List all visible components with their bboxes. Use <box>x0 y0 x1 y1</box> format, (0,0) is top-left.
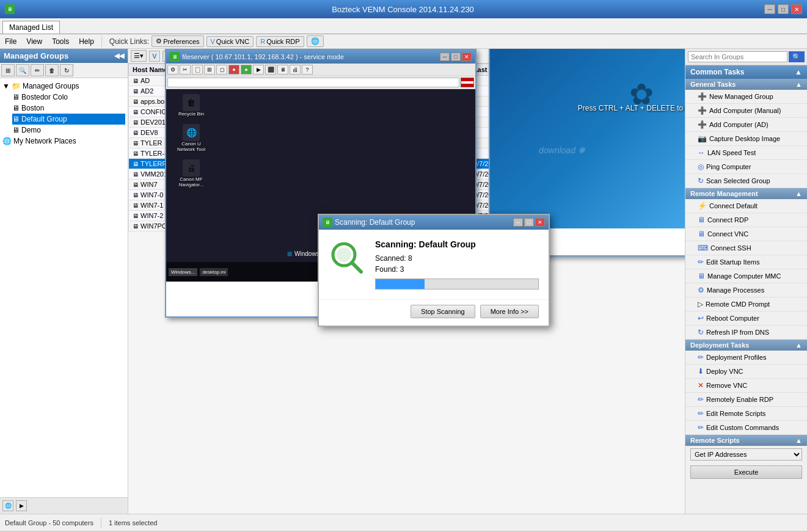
quick-rdp-button[interactable]: R Quick RDP <box>256 36 304 47</box>
edit-startup-item[interactable]: ✏ Edit Startup Items <box>685 255 807 269</box>
menu-tools[interactable]: Tools <box>47 36 74 47</box>
collapse-button[interactable]: ◀◀ <box>114 52 124 60</box>
cmd-icon: ▷ <box>698 300 703 308</box>
tree-item-demo[interactable]: 🖥 Demo <box>12 125 125 136</box>
tree-item-boston[interactable]: 🖥 Boston <box>12 103 125 114</box>
globe-button[interactable]: 🌐 <box>307 35 324 47</box>
ftb9[interactable]: ⬛ <box>265 65 276 75</box>
manage-mmc-item[interactable]: 🖥 Manage Computer MMC <box>685 269 807 283</box>
edit-custom-commands-item[interactable]: ✏ Edit Custom Commands <box>685 421 807 435</box>
scan-icon-area <box>329 239 365 276</box>
search-button[interactable]: 🔍 <box>789 51 805 62</box>
scan-close[interactable]: ✕ <box>535 218 545 227</box>
nav-icon[interactable]: 🌐 <box>2 500 13 511</box>
deployment-tasks-header[interactable]: Deployment Tasks ▲ <box>685 340 807 351</box>
lan-speed-test-item[interactable]: ↔ LAN Speed Test <box>685 146 807 160</box>
ftb12[interactable]: ? <box>302 65 313 75</box>
remove-vnc-item[interactable]: ✕ Remove VNC <box>685 379 807 393</box>
maximize-button[interactable]: □ <box>778 4 789 14</box>
scan-minimize[interactable]: ─ <box>513 218 523 227</box>
ftb1[interactable]: ⚙ <box>167 65 178 75</box>
float-maximize[interactable]: □ <box>451 53 461 61</box>
connect-rdp-item[interactable]: 🖥 Connect RDP <box>685 213 807 227</box>
managed-list-tab[interactable]: Managed List <box>2 21 60 34</box>
remote-management-header[interactable]: Remote Management ▲ <box>685 188 807 199</box>
tree-tb-btn-4[interactable]: 🗑 <box>45 64 59 76</box>
scan-maximize[interactable]: □ <box>524 218 534 227</box>
float-input[interactable] <box>167 78 459 87</box>
preferences-icon: ⚙ <box>156 37 162 45</box>
menu-separator <box>101 36 102 47</box>
deployment-profiles-item[interactable]: ✏ Deployment Profiles <box>685 351 807 365</box>
tree-tb-btn-2[interactable]: 🔍 <box>16 64 29 76</box>
float-minimize[interactable]: ─ <box>440 53 450 61</box>
search-input[interactable] <box>688 51 787 62</box>
float-close[interactable]: ✕ <box>462 53 472 61</box>
tree-root[interactable]: ▼ 📁 Managed Groups <box>2 81 125 92</box>
left-panel-footer: 🌐 ▶ <box>0 497 128 514</box>
tab-bar: Managed List <box>0 18 807 34</box>
reboot-computer-item[interactable]: ↩ Reboot Computer <box>685 312 807 326</box>
tree-tb-btn-1[interactable]: ⊞ <box>1 64 15 76</box>
ftb10[interactable]: 🖥 <box>277 65 288 75</box>
more-info-button[interactable]: More Info >> <box>480 305 539 318</box>
add-computer-manual-item[interactable]: ➕ Add Computer (Manual) <box>685 104 807 118</box>
stop-scanning-button[interactable]: Stop Scanning <box>411 305 475 318</box>
group-icon: 🖥 <box>12 115 20 123</box>
deploy-vnc-item[interactable]: ⬇ Deploy VNC <box>685 365 807 379</box>
menu-help[interactable]: Help <box>74 36 99 47</box>
tree-tb-btn-5[interactable]: ↻ <box>60 64 73 76</box>
execute-button[interactable]: Execute <box>690 465 802 479</box>
float-input-bar <box>166 76 475 89</box>
tree-item-bostedor[interactable]: 🖥 Bostedor Colo <box>12 92 125 103</box>
scan-selected-group-item[interactable]: ↻ Scan Selected Group <box>685 174 807 188</box>
profile-icon: ✏ <box>698 353 704 362</box>
taskbar-item[interactable]: Windows... <box>169 268 197 276</box>
ftb7[interactable]: ● <box>241 65 252 75</box>
ftb5[interactable]: ◻ <box>216 65 227 75</box>
taskbar-item2[interactable]: desktop.ini <box>200 268 228 276</box>
edit-remote-scripts-item[interactable]: ✏ Edit Remote Scripts <box>685 407 807 421</box>
ftb2[interactable]: ✂ <box>180 65 191 75</box>
view-dropdown-btn[interactable]: ☰▾ <box>131 50 147 62</box>
menu-file[interactable]: File <box>0 36 21 47</box>
menu-view[interactable]: View <box>21 36 47 47</box>
ftb11[interactable]: 🖨 <box>290 65 301 75</box>
remote-scripts-header[interactable]: Remote Scripts ▲ <box>685 435 807 446</box>
general-tasks-header[interactable]: General Tasks ▲ <box>685 79 807 90</box>
ftb8[interactable]: ▶ <box>253 65 264 75</box>
vnc-tb-icon[interactable]: V <box>149 51 160 62</box>
ftb6[interactable]: ● <box>228 65 239 75</box>
connect-default-item[interactable]: ⚡ Connect Default <box>685 199 807 213</box>
network-icon: 🌐 <box>2 137 12 145</box>
desktop-icon-recycle: 🗑 Recycle Bin <box>176 94 206 117</box>
desktop-icons-area: 🗑 Recycle Bin 🌐 Canon U Network Tool 🖨 C… <box>176 94 206 188</box>
float-title-text: fileserver ( 10.67.101.1, 192.168.3.42 )… <box>182 53 344 60</box>
ftb4[interactable]: ⊞ <box>204 65 215 75</box>
connect-ssh-item[interactable]: ⌨ Connect SSH <box>685 241 807 255</box>
connect-vnc-item[interactable]: 🖥 Connect VNC <box>685 227 807 241</box>
nav-icon2[interactable]: ▶ <box>16 500 27 511</box>
ftb3[interactable]: 📋 <box>192 65 203 75</box>
ping-icon: ◎ <box>698 162 704 171</box>
left-panel-toolbar: ⊞ 🔍 ✏ 🗑 ↻ <box>0 63 128 78</box>
tree-tb-btn-3[interactable]: ✏ <box>31 64 44 76</box>
quick-vnc-button[interactable]: V Quick VNC <box>206 36 254 47</box>
collapse-general-icon: ▲ <box>795 81 802 88</box>
minimize-button[interactable]: ─ <box>764 4 775 14</box>
close-button[interactable]: ✕ <box>791 4 802 14</box>
capture-desktop-item[interactable]: 📷 Capture Desktop Image <box>685 132 807 146</box>
remote-scripts-dropdown[interactable]: Get IP Addresses <box>690 448 802 461</box>
add-icon: ➕ <box>698 106 707 115</box>
tree-item-default[interactable]: 🖥 Default Group <box>12 114 125 125</box>
new-managed-group-item[interactable]: ➕ New Managed Group <box>685 90 807 104</box>
refresh-ip-item[interactable]: ↻ Refresh IP from DNS <box>685 326 807 340</box>
preferences-button[interactable]: ⚙ Preferences <box>152 35 203 47</box>
manage-processes-item[interactable]: ⚙ Manage Processes <box>685 283 807 297</box>
ping-computer-item[interactable]: ◎ Ping Computer <box>685 160 807 174</box>
tree-item-network[interactable]: 🌐 My Network Places <box>2 136 125 147</box>
enable-rdp-item[interactable]: ✏ Remotely Enable RDP <box>685 393 807 407</box>
add-computer-ad-item[interactable]: ➕ Add Computer (AD) <box>685 118 807 132</box>
remote-cmd-item[interactable]: ▷ Remote CMD Prompt <box>685 297 807 312</box>
common-tasks-header[interactable]: Common Tasks ▲ <box>685 65 807 79</box>
